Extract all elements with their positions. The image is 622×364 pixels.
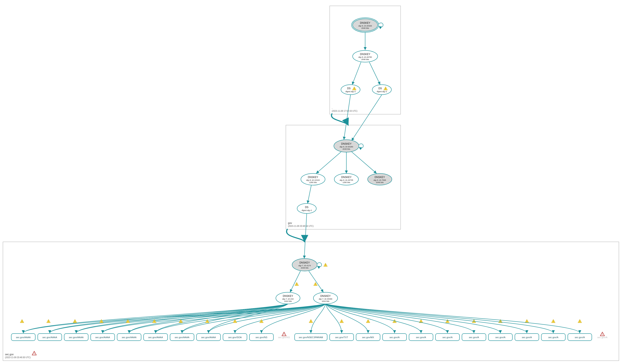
svg-text:!: ! xyxy=(602,333,603,336)
svg-text:alg=8, id=64280: alg=8, id=64280 xyxy=(340,146,353,148)
warning-icon: ! xyxy=(47,319,50,323)
svg-text:DNSKEY: DNSKEY xyxy=(360,21,370,24)
svg-text:DS: DS xyxy=(305,206,309,209)
svg-text:alg=8, id=7698: alg=8, id=7698 xyxy=(373,179,386,181)
svg-text:alg=7, id=242: alg=7, id=242 xyxy=(282,298,294,300)
sec-zsk-242[interactable]: DNSKEYalg=7, id=2421024 bits xyxy=(276,292,300,304)
zone-root-timestamp: (2023-11-09 17:52:33 UTC) xyxy=(332,110,357,112)
rrset-box[interactable]: sec.gov/AAAA xyxy=(117,334,141,341)
svg-text:sec.gov/A: sec.gov/A xyxy=(522,336,532,339)
root-ksk[interactable]: DNSKEYalg=8, id=203262048 bits xyxy=(351,18,379,32)
svg-text:sec.gov/A: sec.gov/A xyxy=(442,336,453,339)
rrset-box[interactable]: sec.gov/TXT xyxy=(330,334,354,341)
rrset-box[interactable]: sec.gov/MX xyxy=(356,334,380,341)
rrset-box[interactable]: sec.gov/AAAA xyxy=(91,334,115,341)
svg-text:1024 bits: 1024 bits xyxy=(284,300,292,302)
rrset-box[interactable]: sec.gov/AAAA xyxy=(64,334,88,341)
rrset-box[interactable]: sec.gov/A xyxy=(515,334,539,341)
svg-text:2048 bits: 2048 bits xyxy=(301,267,309,269)
svg-text:!: ! xyxy=(207,320,208,323)
svg-text:sec.gov/SOA: sec.gov/SOA xyxy=(228,336,242,339)
zone-root-label: . xyxy=(332,107,332,109)
rrset-box[interactable]: sec.gov/A xyxy=(488,334,512,341)
warning-icon: ! xyxy=(525,319,529,323)
svg-text:2048 bits: 2048 bits xyxy=(361,27,369,29)
warning-icon: ! xyxy=(578,319,582,323)
rrset-box[interactable]: sec.gov/AAAA xyxy=(144,334,168,341)
svg-text:sec.gov/AAAA: sec.gov/AAAA xyxy=(201,336,216,339)
svg-text:!: ! xyxy=(22,320,22,323)
svg-text:2048 bits: 2048 bits xyxy=(343,148,350,150)
gov-zsk-7698[interactable]: DNSKEYalg=8, id=76982048 bits xyxy=(368,173,392,185)
svg-text:!: ! xyxy=(315,283,316,286)
sec-zsk-45399[interactable]: DNSKEYalg=7, id=453991024 bits xyxy=(313,292,338,304)
svg-text:!: ! xyxy=(261,320,262,323)
rrset-box[interactable]: sec.gov/AAAA xyxy=(196,334,221,341)
svg-text:digest alg=2: digest alg=2 xyxy=(377,91,387,92)
svg-text:2048 bits: 2048 bits xyxy=(376,181,384,183)
svg-text:sec.gov/AAAA: sec.gov/AAAA xyxy=(148,336,163,339)
svg-text:!: ! xyxy=(34,353,34,355)
rrset-box[interactable]: sec.gov/NSEC3PARAM xyxy=(295,334,327,341)
svg-text:1280 bits: 1280 bits xyxy=(309,181,317,183)
warning-icon: ! xyxy=(205,319,209,323)
gov-zsk-10104[interactable]: DNSKEYalg=8, id=101041280 bits xyxy=(301,173,325,185)
root-ds-right[interactable]: DS!digest alg=2 xyxy=(372,85,391,95)
svg-text:!: ! xyxy=(311,320,311,323)
svg-text:!: ! xyxy=(447,320,448,323)
svg-text:sec.gov/AAAA: sec.gov/AAAA xyxy=(42,336,57,339)
svg-text:sec.gov/AAAA: sec.gov/AAAA xyxy=(69,336,84,339)
gov-ds[interactable]: DSdigest alg=2 xyxy=(297,203,316,214)
rrset-box[interactable]: sec.gov/AAAA xyxy=(11,334,35,341)
rrset-box[interactable]: sec.gov/AAAA xyxy=(170,334,194,341)
svg-text:sec.gov/MX: sec.gov/MX xyxy=(362,336,374,339)
svg-text:alg=7, id=4174: alg=7, id=4174 xyxy=(298,265,311,267)
svg-text:!: ! xyxy=(553,320,554,323)
warning-icon: ! xyxy=(73,319,77,323)
svg-text:!: ! xyxy=(234,320,235,323)
svg-text:DNSKEY: DNSKEY xyxy=(374,176,385,179)
svg-text:alg=8, id=49735: alg=8, id=49735 xyxy=(340,179,353,181)
svg-text:!: ! xyxy=(101,320,102,323)
warning-icon: ! xyxy=(551,319,555,323)
rrset-box[interactable]: sec.gov/AAAA xyxy=(38,334,62,341)
root-ds-left[interactable]: DS!digest alg=2 xyxy=(341,85,360,95)
zone-gov-label: gov xyxy=(288,222,292,224)
svg-text:DNSKEY: DNSKEY xyxy=(320,294,330,297)
svg-text:sec.gov/AAAA: sec.gov/AAAA xyxy=(16,336,31,339)
svg-text:1280 bits: 1280 bits xyxy=(343,181,350,183)
rrset-box[interactable]: sec.gov/A xyxy=(568,334,592,341)
svg-text:!: ! xyxy=(75,320,75,323)
svg-text:DS: DS xyxy=(347,87,351,90)
rrset-box[interactable]: sec.gov/A xyxy=(409,334,433,341)
svg-text:sec.gov/TXT: sec.gov/TXT xyxy=(335,336,348,339)
svg-text:DNSKEY: DNSKEY xyxy=(283,294,293,297)
gov-zsk-49735[interactable]: DNSKEYalg=8, id=497351280 bits xyxy=(334,173,358,185)
svg-text:sec.gov/NSEC3PARAM: sec.gov/NSEC3PARAM xyxy=(299,336,323,339)
svg-text:!: ! xyxy=(385,88,386,90)
zone-gov-timestamp: (2023-11-09 20:48:56 UTC) xyxy=(288,225,314,227)
error-icon: ! xyxy=(32,351,36,355)
svg-text:alg=8, id=10104: alg=8, id=10104 xyxy=(306,179,320,181)
svg-text:sec.gov/A: sec.gov/A xyxy=(575,336,585,339)
rrset-box[interactable]: sec.gov/A xyxy=(462,334,486,341)
warning-icon: ! xyxy=(324,263,327,266)
svg-text:alg=8, id=20326: alg=8, id=20326 xyxy=(358,25,372,27)
rrset-box[interactable]: sec.gov/A xyxy=(435,334,459,341)
sec-ksk[interactable]: DNSKEYalg=7, id=41742048 bits xyxy=(292,258,317,271)
svg-text:!: ! xyxy=(325,264,326,266)
error-icon: ! xyxy=(282,332,286,336)
rrset-box[interactable]: sec.gov/SOA xyxy=(223,334,247,341)
svg-text:DNSKEY: DNSKEY xyxy=(299,261,310,264)
rrset-box[interactable]: sec.gov/NS xyxy=(249,334,273,341)
svg-text:!: ! xyxy=(474,320,474,323)
rrset-box[interactable]: sec.gov/A xyxy=(383,334,407,341)
error-icon: ! xyxy=(600,332,604,336)
svg-text:alg=8, id=46780: alg=8, id=46780 xyxy=(358,56,372,58)
gov-ksk[interactable]: DNSKEYalg=8, id=642802048 bits xyxy=(334,140,359,152)
zone-sec-timestamp: (2023-11-09 20:49:30 UTC) xyxy=(5,356,31,359)
svg-text:DNSKEY: DNSKEY xyxy=(341,142,351,145)
root-zsk[interactable]: DNSKEYalg=8, id=467802048 bits xyxy=(353,51,378,62)
rrset-box[interactable]: sec.gov/A xyxy=(541,334,565,341)
svg-text:sec.gov/A: sec.gov/A xyxy=(416,336,426,339)
